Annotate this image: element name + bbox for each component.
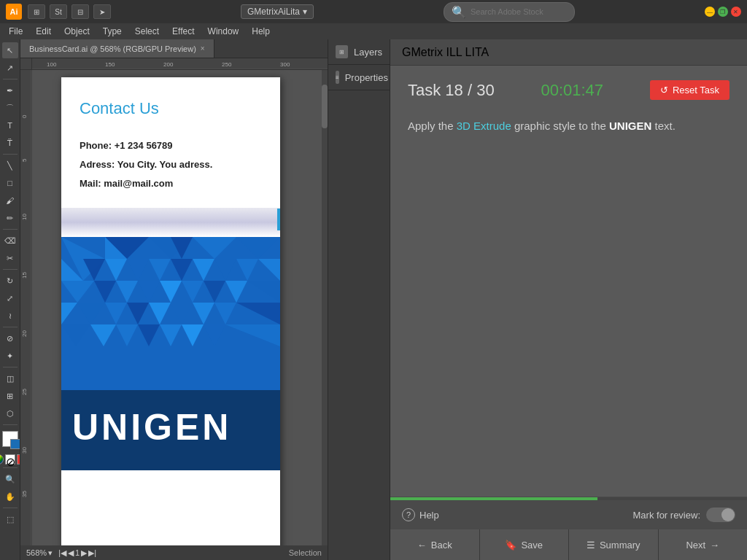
properties-icon: ≡ xyxy=(336,71,339,84)
tool-zoom[interactable]: 🔍 xyxy=(2,471,18,487)
minimize-button[interactable]: — xyxy=(705,7,715,17)
next-label: Next xyxy=(686,540,705,551)
tool-select[interactable]: ↖ xyxy=(2,42,18,58)
menu-type[interactable]: Type xyxy=(97,25,128,38)
status-text: Selection xyxy=(289,548,322,557)
menu-file[interactable]: File xyxy=(3,25,28,38)
fill-none-btn[interactable]: ⊘ xyxy=(5,454,15,464)
task-content: Task 18 / 30 00:01:47 ↺ Reset Task Apply… xyxy=(390,66,747,497)
help-button[interactable]: ? Help xyxy=(402,508,439,521)
menu-select[interactable]: Select xyxy=(129,25,165,38)
canvas-tab-item[interactable]: BusinessCard.ai @ 568% (RGB/GPU Preview)… xyxy=(20,39,214,58)
tool-gradient[interactable]: ◫ xyxy=(2,370,18,386)
nav-controls: |◀ ◀ 1 ▶ ▶| xyxy=(58,548,96,558)
nav-next-btn[interactable]: ▶ xyxy=(81,548,87,558)
tool-scissors[interactable]: ✂ xyxy=(2,250,18,266)
desc-part2: graphic style to the xyxy=(511,120,609,132)
zoom-control: 568% ▾ xyxy=(26,548,53,558)
tool-rect[interactable]: □ xyxy=(2,175,18,191)
task-footer: ? Help Mark for review: ← Back 🔖 Sav xyxy=(390,497,747,560)
doc-canvas: Contact Us Phone: +1 234 56789 Adress: Y… xyxy=(32,70,328,545)
color-mode-btn[interactable] xyxy=(0,454,4,464)
menu-window[interactable]: Window xyxy=(202,25,245,38)
title-text: GMetrixAiLita xyxy=(247,7,300,17)
tool-paint[interactable]: 🖌 xyxy=(2,192,18,209)
separator-3 xyxy=(3,229,18,230)
menu-effect[interactable]: Effect xyxy=(166,25,200,38)
separator-2 xyxy=(3,154,18,155)
svg-text:0: 0 xyxy=(21,114,28,118)
restore-button[interactable]: ❐ xyxy=(718,7,728,17)
nav-first-btn[interactable]: |◀ xyxy=(58,548,66,558)
scroll-track[interactable] xyxy=(322,70,328,545)
close-button[interactable]: ✕ xyxy=(731,7,741,17)
summary-button[interactable]: ☰ Summary xyxy=(569,529,659,560)
arrow-icon[interactable]: ➤ xyxy=(93,4,111,19)
summary-label: Summary xyxy=(600,540,640,551)
back-button[interactable]: ← Back xyxy=(390,529,480,560)
stroke-color[interactable] xyxy=(10,439,20,449)
menu-edit[interactable]: Edit xyxy=(30,25,57,38)
tab-close-btn[interactable]: × xyxy=(201,44,205,52)
fill-color[interactable] xyxy=(2,431,18,447)
tool-eyedrop[interactable]: ✦ xyxy=(2,348,18,364)
nav-last-btn[interactable]: ▶| xyxy=(88,548,96,558)
zoom-value: 568% xyxy=(26,548,47,557)
tool-line[interactable]: ╲ xyxy=(2,158,18,174)
svg-text:15: 15 xyxy=(21,272,28,279)
tool-blend[interactable]: ⊘ xyxy=(2,330,18,346)
panel-tab-layers[interactable]: ⊞ Layers xyxy=(328,39,390,65)
card-top-section: Contact Us Phone: +1 234 56789 Adress: Y… xyxy=(61,77,280,208)
tool-direct-select[interactable]: ↗ xyxy=(2,60,18,76)
tool-type[interactable]: T xyxy=(2,117,18,133)
mark-review-toggle[interactable] xyxy=(706,508,735,522)
mark-review: Mark for review: xyxy=(633,508,735,522)
tool-artboard[interactable]: ⬚ xyxy=(2,511,18,527)
stock-icon[interactable]: St xyxy=(50,4,67,19)
layout-icon[interactable]: ⊟ xyxy=(71,4,89,19)
title-dropdown[interactable]: GMetrixAiLita ▾ xyxy=(241,4,314,19)
tool-touch-type[interactable]: T̈ xyxy=(2,135,18,151)
dropdown-chevron: ▾ xyxy=(303,7,307,17)
menu-object[interactable]: Object xyxy=(58,25,96,38)
separator-5 xyxy=(3,327,18,327)
search-input[interactable] xyxy=(471,7,565,16)
canvas-wrapper: 100 150 200 250 300 0 5 10 15 20 25 30 xyxy=(20,58,328,560)
search-bar[interactable]: 🔍 xyxy=(444,2,575,22)
svg-text:150: 150 xyxy=(105,61,115,68)
back-label: Back xyxy=(431,540,452,551)
svg-text:200: 200 xyxy=(163,61,174,68)
mail-line: Mail: mail@mail.com xyxy=(80,174,262,193)
tool-hand[interactable]: ✋ xyxy=(2,489,18,505)
scroll-thumb[interactable] xyxy=(322,85,328,128)
tool-mesh[interactable]: ⊞ xyxy=(2,388,18,404)
separator-9 xyxy=(3,508,18,508)
new-doc-icon[interactable]: ⊞ xyxy=(28,4,45,19)
mark-review-label: Mark for review: xyxy=(633,510,700,521)
zoom-dropdown-icon[interactable]: ▾ xyxy=(48,548,53,558)
tool-eraser[interactable]: ⌫ xyxy=(2,233,18,249)
panel-tab-properties[interactable]: ≡ Properties xyxy=(328,65,390,90)
next-button[interactable]: Next → xyxy=(659,529,748,560)
tool-rotate[interactable]: ↻ xyxy=(2,273,18,289)
phone-line: Phone: +1 234 56789 xyxy=(80,136,262,155)
tool-pen[interactable]: ✒ xyxy=(2,82,18,98)
save-button[interactable]: 🔖 Save xyxy=(480,529,570,560)
svg-text:250: 250 xyxy=(222,61,232,68)
menu-help[interactable]: Help xyxy=(246,25,276,38)
task-timer: 00:01:47 xyxy=(541,81,603,100)
tool-warp[interactable]: ≀ xyxy=(2,308,18,324)
task-panel: GMetrix ILL LITA Task 18 / 30 00:01:47 ↺… xyxy=(390,39,747,560)
tool-curvature[interactable]: ⌒ xyxy=(2,100,18,116)
contact-title: Contact Us xyxy=(80,99,262,118)
tool-pencil[interactable]: ✏ xyxy=(2,210,18,226)
status-bar: 568% ▾ |◀ ◀ 1 ▶ ▶| Selection xyxy=(20,545,328,560)
tool-scale[interactable]: ⤢ xyxy=(2,290,18,306)
nav-prev-btn[interactable]: ◀ xyxy=(68,548,74,558)
reset-task-button[interactable]: ↺ Reset Task xyxy=(650,80,729,100)
next-arrow-icon: → xyxy=(710,540,719,551)
status-left: 568% ▾ |◀ ◀ 1 ▶ ▶| xyxy=(26,548,96,558)
tool-shape-build[interactable]: ⬡ xyxy=(2,405,18,421)
layers-icon: ⊞ xyxy=(336,45,348,58)
ruler-horizontal: 100 150 200 250 300 xyxy=(32,58,328,70)
